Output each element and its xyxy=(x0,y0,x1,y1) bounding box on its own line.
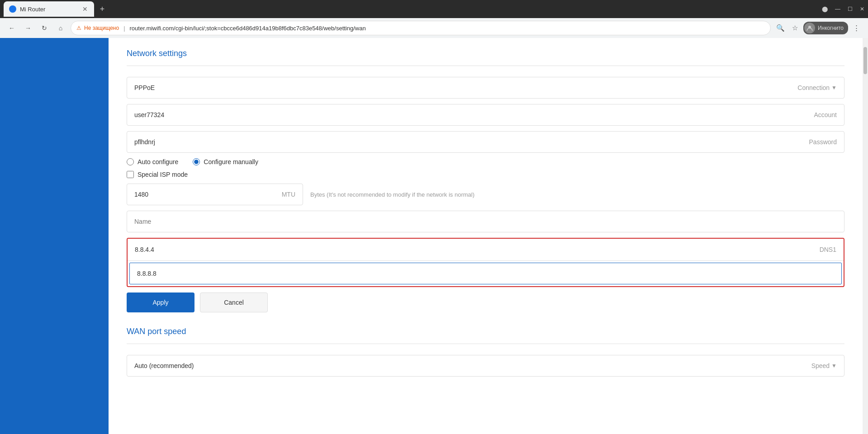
browser-chrome: Mi Router ✕ + ⬤ — ☐ ✕ ← → ↻ ⌂ ⚠ Не защищ… xyxy=(0,0,868,38)
tab-favicon xyxy=(9,5,16,13)
name-field[interactable] xyxy=(127,211,844,232)
refresh-icon: ↻ xyxy=(42,24,47,32)
button-row: Apply Cancel xyxy=(127,292,844,312)
security-warning-text: Не защищено xyxy=(84,25,119,31)
dns1-input[interactable] xyxy=(135,246,814,253)
maximize-button[interactable]: ☐ xyxy=(848,6,853,12)
sidebar xyxy=(0,38,109,434)
dns-divider xyxy=(128,260,844,261)
browser-nav-bar: ← → ↻ ⌂ ⚠ Не защищено | router.miwifi.co… xyxy=(0,18,868,38)
search-icon: 🔍 xyxy=(776,24,785,32)
speed-field[interactable]: Speed ▼ xyxy=(127,355,844,377)
mtu-field[interactable]: MTU xyxy=(127,184,303,205)
special-isp-checkbox[interactable] xyxy=(127,171,134,178)
special-isp-label: Special ISP mode xyxy=(138,171,188,178)
address-separator: | xyxy=(123,25,125,32)
account-field[interactable]: Account xyxy=(127,104,844,126)
account-input[interactable] xyxy=(134,111,808,118)
tab-close-button[interactable]: ✕ xyxy=(81,5,89,14)
address-bar[interactable]: ⚠ Не защищено | router.miwifi.com/cgi-bi… xyxy=(71,21,771,35)
tab-title: Mi Router xyxy=(20,6,78,13)
security-warning-icon: ⚠ xyxy=(76,25,81,31)
forward-arrow-icon: → xyxy=(25,24,31,32)
configure-mode-group: Auto configure Configure manually xyxy=(127,158,844,165)
manual-configure-radio[interactable]: Configure manually xyxy=(193,158,258,165)
manual-configure-label: Configure manually xyxy=(204,158,258,165)
close-button[interactable]: ✕ xyxy=(860,6,864,12)
speed-chevron-down-icon: ▼ xyxy=(831,363,837,369)
manual-configure-input[interactable] xyxy=(193,158,200,165)
refresh-button[interactable]: ↻ xyxy=(38,22,51,34)
dns1-field[interactable]: DNS1 xyxy=(128,239,844,260)
connection-input[interactable] xyxy=(134,84,792,91)
dns1-label: DNS1 xyxy=(814,246,836,253)
dns2-input[interactable] xyxy=(137,270,834,277)
browser-title-bar: Mi Router ✕ + ⬤ — ☐ ✕ xyxy=(0,0,868,18)
wan-section-divider xyxy=(127,344,844,344)
auto-configure-input[interactable] xyxy=(127,158,134,165)
avatar xyxy=(804,23,815,33)
password-label: Password xyxy=(804,138,837,146)
password-field[interactable]: Password xyxy=(127,131,844,153)
auto-configure-label: Auto configure xyxy=(138,158,178,165)
incognito-badge[interactable]: Инкогнито xyxy=(803,22,848,34)
scrollbar-thumb[interactable] xyxy=(863,47,867,74)
address-text[interactable]: router.miwifi.com/cgi-bin/luci/;stok=cbc… xyxy=(130,25,765,32)
mtu-row: MTU Bytes (It's not recommended to modif… xyxy=(127,184,844,205)
forward-button[interactable]: → xyxy=(22,22,34,34)
home-button[interactable]: ⌂ xyxy=(54,22,67,34)
password-input[interactable] xyxy=(134,138,804,146)
mtu-input[interactable] xyxy=(134,191,276,198)
dns-box: DNS1 xyxy=(127,238,844,287)
incognito-label: Инкогнито xyxy=(818,25,844,31)
window-controls: ⬤ — ☐ ✕ xyxy=(822,6,864,12)
network-settings-section: Network settings Connection ▼ Account Pa… xyxy=(127,49,844,312)
back-arrow-icon: ← xyxy=(9,24,15,32)
speed-input[interactable] xyxy=(134,362,806,369)
network-settings-title: Network settings xyxy=(127,49,844,58)
nav-right-icons: 🔍 ☆ Инкогнито ⋮ xyxy=(774,22,863,34)
name-input[interactable] xyxy=(134,218,837,225)
content-area: Network settings Connection ▼ Account Pa… xyxy=(109,38,863,434)
auto-configure-radio[interactable]: Auto configure xyxy=(127,158,178,165)
minimize-button[interactable]: — xyxy=(835,6,840,12)
cancel-button[interactable]: Cancel xyxy=(200,292,268,312)
more-options-icon: ⋮ xyxy=(853,24,860,32)
apply-button[interactable]: Apply xyxy=(127,292,194,312)
main-layout: Network settings Connection ▼ Account Pa… xyxy=(0,38,868,434)
account-label: Account xyxy=(808,111,837,118)
speed-label: Speed xyxy=(806,362,830,369)
scrollbar-track[interactable] xyxy=(863,38,868,434)
search-button[interactable]: 🔍 xyxy=(774,22,787,34)
connection-field[interactable]: Connection ▼ xyxy=(127,77,844,99)
wan-port-speed-section: WAN port speed Speed ▼ xyxy=(127,327,844,377)
mtu-hint: Bytes (It's not recommended to modify if… xyxy=(310,191,474,198)
browser-tab[interactable]: Mi Router ✕ xyxy=(4,1,94,17)
connection-label: Connection xyxy=(792,84,830,91)
circle-icon: ⬤ xyxy=(822,6,828,12)
wan-port-speed-title: WAN port speed xyxy=(127,327,844,336)
special-isp-group: Special ISP mode xyxy=(127,171,844,178)
new-tab-button[interactable]: + xyxy=(96,3,109,15)
mtu-label: MTU xyxy=(276,191,295,198)
menu-button[interactable]: ⋮ xyxy=(850,22,863,34)
home-icon: ⌂ xyxy=(59,24,62,32)
dns2-field[interactable] xyxy=(129,263,842,284)
chevron-down-icon: ▼ xyxy=(831,85,837,91)
bookmark-button[interactable]: ☆ xyxy=(789,22,802,34)
section-divider xyxy=(127,66,844,66)
back-button[interactable]: ← xyxy=(5,22,18,34)
star-icon: ☆ xyxy=(792,24,798,32)
